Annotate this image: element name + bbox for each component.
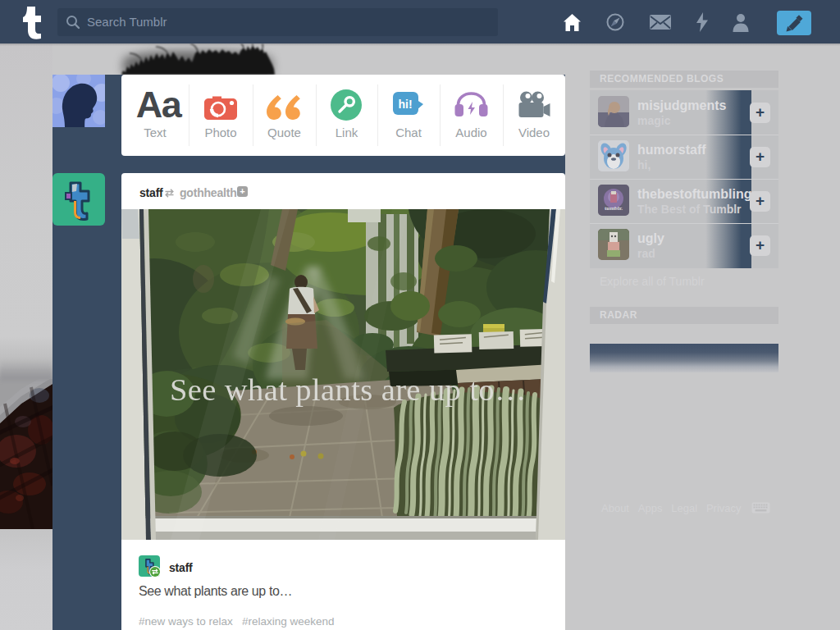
svg-text:hi!: hi!	[398, 98, 412, 111]
svg-text:See what plants are up to…: See what plants are up to…	[170, 372, 527, 407]
